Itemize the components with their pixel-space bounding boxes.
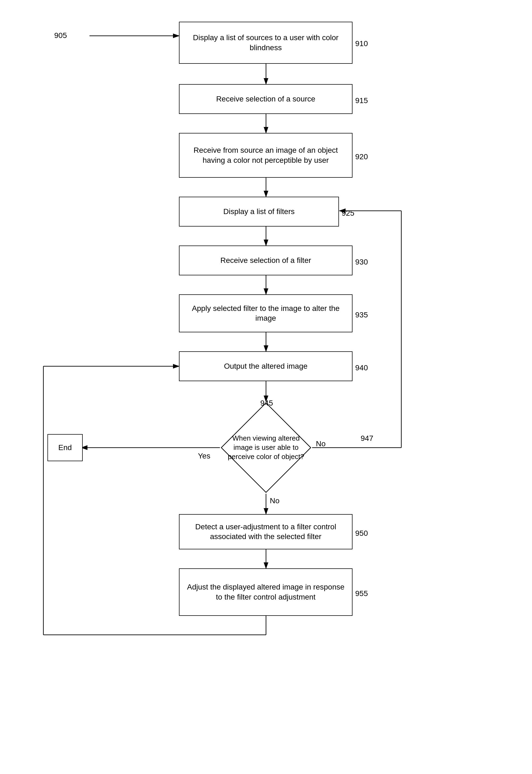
ref-945: 945 — [260, 399, 273, 408]
ref-940: 940 — [355, 363, 368, 372]
box-950: Detect a user-adjustment to a filter con… — [179, 514, 352, 549]
ref-925: 925 — [342, 209, 354, 217]
box-955: Adjust the displayed altered image in re… — [179, 568, 352, 616]
ref-935: 935 — [355, 310, 368, 319]
box-920: Receive from source an image of an objec… — [179, 133, 352, 178]
yes-label: Yes — [198, 452, 210, 461]
no-right-label: No — [316, 440, 326, 448]
ref-915: 915 — [355, 96, 368, 105]
ref-950: 950 — [355, 529, 368, 538]
diagram-container: 905 Display a list of sources to a user … — [0, 0, 532, 774]
box-925: Display a list of filters — [179, 197, 339, 226]
ref-920: 920 — [355, 152, 368, 161]
arrows-svg — [0, 0, 532, 774]
ref-910: 910 — [355, 39, 368, 48]
no-down-label: No — [270, 497, 280, 505]
box-915: Receive selection of a source — [179, 84, 352, 114]
box-935: Apply selected filter to the image to al… — [179, 294, 352, 332]
box-940: Output the altered image — [179, 351, 352, 381]
box-930: Receive selection of a filter — [179, 245, 352, 275]
ref-930: 930 — [355, 258, 368, 266]
diamond-945: When viewing altered image is user able … — [220, 402, 312, 494]
box-910: Display a list of sources to a user with… — [179, 22, 352, 64]
end-box: End — [47, 434, 83, 461]
ref-955: 955 — [355, 589, 368, 598]
ref-947: 947 — [361, 434, 373, 443]
start-label: 905 — [54, 31, 67, 40]
